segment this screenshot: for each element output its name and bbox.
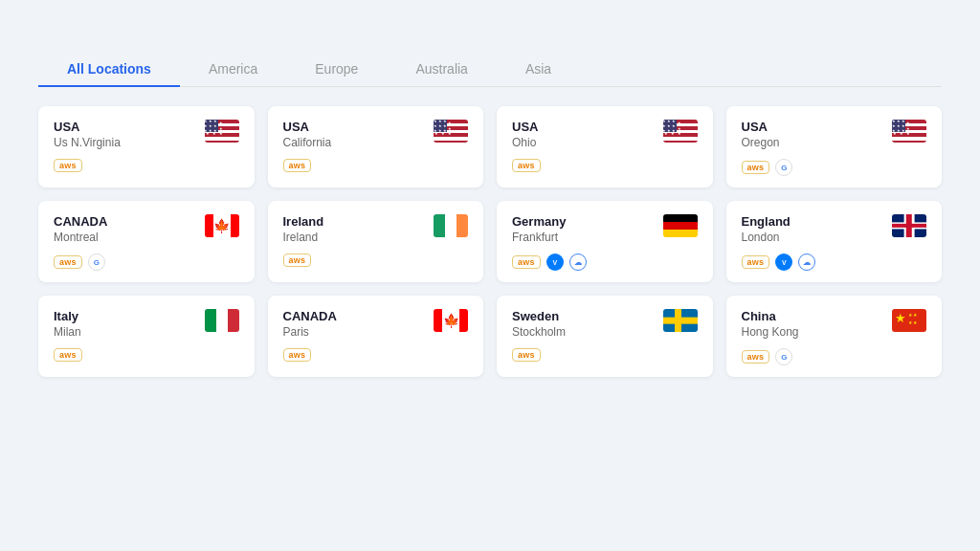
card-country: USA [283,120,332,134]
card-country: USA [54,120,121,134]
location-card[interactable]: Sweden Stockholm aws [497,296,713,377]
card-info: USA Ohio [512,120,538,149]
card-info: England London [742,214,791,244]
card-providers: awsG [54,253,239,271]
aws-provider-badge: aws [283,253,312,267]
tab-europe[interactable]: Europe [286,52,387,86]
card-city: Hong Kong [742,325,799,339]
card-country: CANADA [54,214,107,229]
google-provider-badge: G [88,253,105,271]
card-top: CANADA Montreal 🍁 [54,214,239,244]
card-providers: aws [512,159,698,172]
card-city: London [742,231,791,244]
location-card[interactable]: CANADA Paris 🍁 aws [268,296,484,377]
card-city: Ohio [512,136,538,149]
location-card[interactable]: England London awsV☁ [726,201,943,282]
card-providers: aws [283,253,469,267]
vultr-provider-badge: V [546,253,564,271]
card-providers: aws [283,348,469,362]
aws-provider-badge: aws [283,348,312,362]
card-country: USA [742,120,780,134]
flag-germany [663,214,698,237]
location-card[interactable]: CANADA Montreal 🍁 awsG [38,201,255,282]
card-top: USA Oregon ★★★★★★★★★ [742,120,927,149]
card-country: China [742,309,799,323]
aws-provider-badge: aws [512,348,541,362]
card-top: USA California ★★★★★★★★★ [283,120,469,149]
card-providers: aws [54,348,239,362]
card-city: Montreal [54,231,107,244]
card-country: CANADA [283,309,337,323]
flag-china: ★ ★ ★★ ★ [892,309,926,332]
tab-america[interactable]: America [180,52,286,86]
card-top: USA Us N.Virginia ★★★★★★★★★ [54,120,239,149]
location-card[interactable]: USA California ★★★★★★★★★ aws [268,106,484,187]
cloud-provider-badge: ☁ [798,253,815,271]
card-top: Ireland Ireland [283,214,469,244]
flag-sweden [663,309,698,332]
card-top: Germany Frankfurt [512,214,698,244]
tab-bar: All LocationsAmericaEuropeAustraliaAsia [38,52,942,87]
card-city: California [283,136,332,149]
card-providers: awsG [742,348,927,365]
location-card[interactable]: USA Us N.Virginia ★★★★★★★★★ aws [38,106,255,187]
card-city: Frankfurt [512,231,566,244]
card-city: Milan [54,325,81,339]
aws-provider-badge: aws [283,159,312,172]
card-info: China Hong Kong [742,309,799,339]
card-info: USA Us N.Virginia [54,120,121,149]
card-info: Ireland Ireland [283,214,324,244]
flag-usa: ★★★★★★★★★ [434,120,468,143]
location-card[interactable]: Germany Frankfurt awsV☁ [497,201,713,282]
card-top: USA Ohio ★★★★★★★★★ [512,120,698,149]
flag-usa: ★★★★★★★★★ [663,120,698,143]
aws-provider-badge: aws [512,255,541,269]
card-providers: aws [283,159,469,172]
card-info: USA Oregon [742,120,780,149]
aws-provider-badge: aws [54,348,82,362]
card-country: Italy [54,309,81,323]
location-card[interactable]: USA Ohio ★★★★★★★★★ aws [497,106,713,187]
card-info: CANADA Montreal [54,214,107,244]
card-top: Sweden Stockholm [512,309,698,339]
flag-ireland [434,214,468,237]
card-top: China Hong Kong ★ ★ ★★ ★ [742,309,927,339]
card-info: Germany Frankfurt [512,214,566,244]
card-city: Paris [283,325,337,339]
card-providers: awsV☁ [512,253,698,271]
locations-grid: USA Us N.Virginia ★★★★★★★★★ aws USA Cali… [38,106,942,377]
flag-italy [205,309,239,332]
location-card[interactable]: Ireland Ireland aws [268,201,484,282]
aws-provider-badge: aws [742,161,770,174]
card-providers: awsG [742,159,927,176]
aws-provider-badge: aws [54,255,82,269]
tab-all-locations[interactable]: All Locations [38,52,180,86]
card-info: CANADA Paris [283,309,337,339]
location-card[interactable]: Italy Milan aws [38,296,255,377]
card-providers: aws [54,159,239,172]
vultr-provider-badge: V [775,253,792,271]
tab-asia[interactable]: Asia [497,52,580,86]
aws-provider-badge: aws [54,159,82,172]
card-providers: awsV☁ [742,253,927,271]
card-country: Germany [512,214,566,229]
card-country: Sweden [512,309,566,323]
flag-canada: 🍁 [205,214,239,237]
location-card[interactable]: USA Oregon ★★★★★★★★★ awsG [726,106,943,187]
card-country: England [742,214,791,229]
aws-provider-badge: aws [742,255,770,269]
card-providers: aws [512,348,698,362]
location-card[interactable]: China Hong Kong ★ ★ ★★ ★ awsG [726,296,943,377]
google-provider-badge: G [775,159,792,176]
tab-australia[interactable]: Australia [387,52,496,86]
card-city: Oregon [742,136,780,149]
card-country: USA [512,120,538,134]
aws-provider-badge: aws [512,159,541,172]
card-city: Stockholm [512,325,566,339]
flag-canada: 🍁 [434,309,468,332]
card-info: Italy Milan [54,309,81,339]
flag-usa: ★★★★★★★★★ [205,120,239,143]
aws-provider-badge: aws [742,350,770,364]
flag-usa: ★★★★★★★★★ [892,120,926,143]
flag-england [892,214,926,237]
